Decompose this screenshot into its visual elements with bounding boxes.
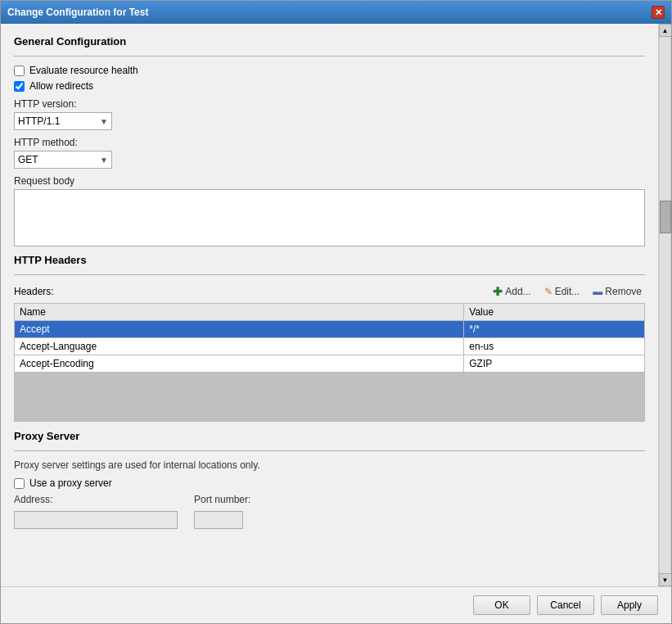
table-header-row: Name Value [15, 304, 645, 321]
http-version-dropdown[interactable]: HTTP/1.1 ▼ [14, 112, 112, 130]
scroll-thumb[interactable] [660, 201, 671, 233]
row-name: Accept-Language [15, 338, 464, 355]
ok-button[interactable]: OK [473, 595, 530, 615]
row-value: en-us [464, 338, 645, 355]
title-bar: Change Configuration for Test ✕ [1, 1, 671, 24]
general-config-section: General Configuration Evaluate resource … [14, 35, 645, 249]
table-empty-row [15, 373, 645, 422]
main-window: Change Configuration for Test ✕ General … [0, 0, 672, 624]
proxy-description: Proxy server settings are used for inter… [14, 459, 645, 471]
allow-redirects-label: Allow redirects [29, 80, 93, 92]
request-body-label: Request body [14, 175, 645, 187]
apply-button[interactable]: Apply [601, 595, 658, 615]
http-version-label: HTTP version: [14, 98, 645, 110]
bottom-bar: OK Cancel Apply [1, 586, 671, 623]
close-button[interactable]: ✕ [652, 6, 665, 19]
add-icon: ✚ [493, 285, 503, 298]
request-body-textarea[interactable] [14, 189, 645, 246]
content-area: General Configuration Evaluate resource … [1, 24, 671, 586]
http-version-arrow-icon: ▼ [100, 117, 108, 126]
row-name: Accept [15, 321, 464, 338]
table-row[interactable]: Accept-Encoding GZIP [15, 355, 645, 373]
evaluate-health-label: Evaluate resource health [29, 65, 138, 76]
empty-cell [15, 373, 645, 422]
port-group: Port number: [194, 494, 250, 529]
col-name: Name [15, 304, 464, 321]
edit-label: Edit... [555, 286, 580, 297]
http-headers-section: HTTP Headers Headers: ✚ Add... ✎ Edit...… [14, 254, 645, 422]
headers-toolbar: Headers: ✚ Add... ✎ Edit... ▬ Remove [14, 283, 645, 300]
remove-label: Remove [605, 286, 642, 297]
scroll-up-button[interactable]: ▲ [659, 24, 672, 37]
add-header-button[interactable]: ✚ Add... [489, 283, 534, 300]
address-input[interactable] [14, 511, 178, 529]
divider-3 [14, 450, 645, 451]
headers-label: Headers: [14, 286, 483, 297]
evaluate-health-row: Evaluate resource health [14, 65, 645, 76]
port-label: Port number: [194, 494, 250, 505]
divider-1 [14, 56, 645, 57]
remove-header-button[interactable]: ▬ Remove [589, 284, 645, 299]
http-method-arrow-icon: ▼ [100, 156, 108, 165]
allow-redirects-row: Allow redirects [14, 80, 645, 92]
scroll-track[interactable] [659, 37, 671, 573]
col-value: Value [464, 304, 645, 321]
headers-table: Name Value Accept */* Accept-Language en… [14, 303, 645, 422]
divider-2 [14, 274, 645, 275]
row-name: Accept-Encoding [15, 355, 464, 373]
proxy-server-title: Proxy Server [14, 430, 645, 442]
table-row[interactable]: Accept-Language en-us [15, 338, 645, 355]
edit-header-button[interactable]: ✎ Edit... [541, 284, 584, 299]
scrollbar[interactable]: ▲ ▼ [658, 24, 671, 586]
address-row: Address: Port number: [14, 494, 645, 529]
main-scroll[interactable]: General Configuration Evaluate resource … [1, 24, 658, 586]
http-method-label: HTTP method: [14, 137, 645, 148]
use-proxy-checkbox[interactable] [14, 478, 25, 489]
cancel-button[interactable]: Cancel [537, 595, 594, 615]
remove-icon: ▬ [593, 286, 602, 297]
address-label: Address: [14, 494, 178, 505]
evaluate-health-checkbox[interactable] [14, 66, 25, 76]
http-method-dropdown[interactable]: GET ▼ [14, 151, 112, 169]
table-row[interactable]: Accept */* [15, 321, 645, 338]
row-value: */* [464, 321, 645, 338]
add-label: Add... [505, 286, 530, 297]
edit-icon: ✎ [544, 286, 552, 297]
http-headers-title: HTTP Headers [14, 254, 645, 266]
use-proxy-row: Use a proxy server [14, 477, 645, 489]
scroll-down-button[interactable]: ▼ [659, 573, 672, 586]
row-value: GZIP [464, 355, 645, 373]
window-title: Change Configuration for Test [7, 7, 148, 18]
http-method-value: GET [18, 154, 100, 165]
proxy-server-section: Proxy Server Proxy server settings are u… [14, 430, 645, 529]
general-config-title: General Configuration [14, 35, 645, 47]
use-proxy-label: Use a proxy server [29, 477, 112, 489]
port-input[interactable] [194, 511, 243, 529]
http-version-value: HTTP/1.1 [18, 115, 100, 127]
allow-redirects-checkbox[interactable] [14, 81, 25, 92]
address-group: Address: [14, 494, 178, 529]
